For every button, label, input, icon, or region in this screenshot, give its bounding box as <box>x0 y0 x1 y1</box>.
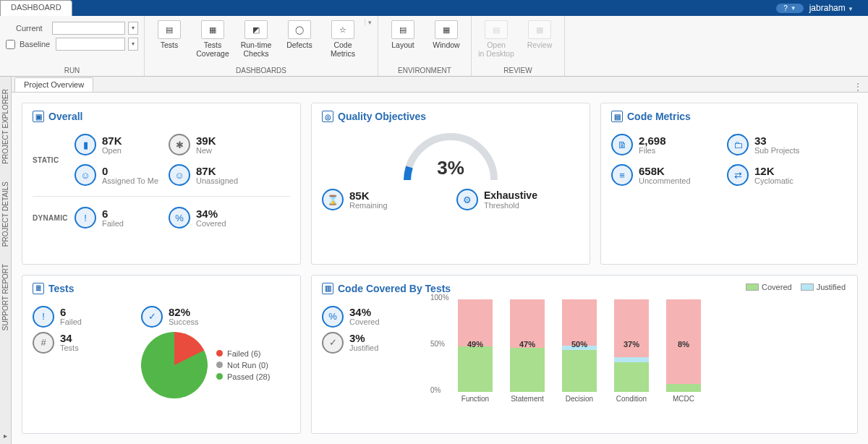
card-overall: ▣Overall STATIC ▮87KOpen ✱39KNew ☺0Assig… <box>22 103 301 265</box>
card-coverage: ▥Code Covered By Tests Covered Justified… <box>311 275 858 435</box>
ribbon-open-in-desktop: ▤Openin Desktop <box>475 19 518 58</box>
coverage-icon: ▥ <box>322 283 333 294</box>
coverage-icon: ▦ <box>201 20 224 39</box>
alert-icon: ! <box>75 207 96 229</box>
tab-options-icon[interactable]: ⋮ <box>848 82 868 92</box>
current-label: Current <box>16 24 49 33</box>
ribbon-window[interactable]: ▦Window <box>425 19 468 49</box>
stat-uncommented[interactable]: ≡658KUncommented <box>611 164 727 186</box>
quality-percent: 3% <box>400 157 501 179</box>
gear-icon: ⚙ <box>456 189 478 210</box>
ribbon-defects[interactable]: ◯Defects <box>278 19 321 49</box>
runtime-icon: ◩ <box>244 20 268 39</box>
tab-dashboard[interactable]: DASHBOARD <box>0 0 72 16</box>
rail-project-details[interactable]: PROJECT DETAILS <box>1 174 10 255</box>
user-menu[interactable]: jabraham ▼ <box>809 3 868 13</box>
coverage-legend: Covered Justified <box>746 283 846 291</box>
file-icon: 🗎 <box>611 134 633 155</box>
defects-icon: ◯ <box>288 20 311 39</box>
stat-cyclomatic[interactable]: ⇄12KCyclomatic <box>727 164 835 186</box>
ribbon-layout[interactable]: ▤Layout <box>381 19 425 49</box>
baseline-select-caret[interactable]: ▾ <box>128 38 138 51</box>
stat-tests-failed[interactable]: !6Failed <box>33 306 127 328</box>
alert-icon: ! <box>33 306 54 328</box>
stat-subprojects[interactable]: 🗀33Sub Projects <box>727 134 835 155</box>
target-icon: ◎ <box>322 111 333 122</box>
rail-expand-icon[interactable]: ▸ <box>4 432 7 444</box>
check-icon: ✓ <box>141 306 163 328</box>
tests-icon: ≣ <box>33 283 44 294</box>
metrics-icon: ▤ <box>611 111 623 122</box>
stat-failed[interactable]: !6Failed <box>75 207 169 229</box>
baseline-checkbox[interactable] <box>6 40 15 49</box>
stat-assigned[interactable]: ☺0Assigned To Me <box>75 164 169 186</box>
open-desktop-icon: ▤ <box>485 20 508 39</box>
overall-icon: ▣ <box>33 111 44 122</box>
check-icon: ✓ <box>322 332 344 354</box>
share-icon: ⇄ <box>727 164 749 186</box>
stat-threshold[interactable]: ⚙ExhaustiveThreshold <box>456 189 579 210</box>
bar-decision: 50%Decision <box>559 299 600 403</box>
user-icon: ☺ <box>75 164 96 186</box>
open-icon: ▮ <box>75 134 96 155</box>
rail-project-explorer[interactable]: PROJECT EXPLORER <box>1 81 10 172</box>
hash-icon: # <box>33 332 54 354</box>
stat-files[interactable]: 🗎2,698Files <box>611 134 727 155</box>
layout-icon: ▤ <box>391 20 414 39</box>
group-run: Current ▾ Baseline ▾ RUN <box>0 16 145 76</box>
stat-tests-total[interactable]: #34Tests <box>33 332 127 354</box>
stat-open[interactable]: ▮87KOpen <box>75 134 169 155</box>
stat-cov-justified[interactable]: ✓3%Justified <box>322 332 416 354</box>
stat-covered[interactable]: %34%Covered <box>169 207 263 229</box>
card-tests: ≣Tests !6Failed #34Tests ✓82%Success Fai… <box>22 275 301 435</box>
group-review: ▤Openin Desktop▦Review REVIEW <box>472 16 565 76</box>
group-review-footer: REVIEW <box>475 65 561 76</box>
user-outline-icon: ☺ <box>169 164 190 186</box>
bar-function: 49%Function <box>455 299 495 403</box>
percent-icon: % <box>322 306 344 328</box>
card-quality: ◎Quality Objectives 3% ⌛85KRemaining ⚙Ex… <box>311 103 590 265</box>
quality-gauge: 3% <box>400 129 501 180</box>
chevron-down-icon: ▼ <box>791 5 796 12</box>
stat-new[interactable]: ✱39KNew <box>169 134 263 155</box>
coverage-bar-chart: 0% 50% 100% 49%Function47%Statement50%De… <box>430 302 704 403</box>
stat-cov-covered[interactable]: %34%Covered <box>322 306 416 328</box>
card-metrics: ▤Code Metrics 🗎2,698Files 🗀33Sub Project… <box>600 103 858 265</box>
rail-support-report[interactable]: SUPPORT REPORT <box>1 256 10 338</box>
bar-mcdc: 8%MCDC <box>663 299 704 403</box>
dynamic-label: DYNAMIC <box>33 214 75 222</box>
current-select-caret[interactable]: ▾ <box>128 22 138 35</box>
tests-legend: Failed (6) Not Run (0) Passed (28) <box>216 346 270 384</box>
stat-unassigned[interactable]: ☺87KUnassigned <box>169 164 263 186</box>
tests-icon: ▤ <box>158 20 181 39</box>
static-label: STATIC <box>33 156 75 164</box>
ribbon-run-time-checks[interactable]: ◩Run-timeChecks <box>234 19 278 58</box>
current-select[interactable] <box>52 22 125 35</box>
ribbon-code-metrics[interactable]: ☆CodeMetrics <box>321 19 365 58</box>
help-button[interactable]: ? ▼ <box>776 4 803 13</box>
ribbon-tests-coverage[interactable]: ▦TestsCoverage <box>191 19 234 58</box>
new-icon: ✱ <box>169 134 190 155</box>
bar-statement: 47%Statement <box>507 299 548 403</box>
workspace: Project Overview ⋮ ▣Overall STATIC ▮87KO… <box>12 77 868 444</box>
group-environment: ▤Layout▦Window ENVIRONMENT <box>378 16 472 76</box>
titlebar: DASHBOARD ? ▼ jabraham ▼ <box>0 0 868 16</box>
group-environment-footer: ENVIRONMENT <box>381 65 468 76</box>
baseline-label: Baseline <box>20 40 53 48</box>
stat-tests-success[interactable]: ✓82%Success <box>141 306 290 328</box>
window-icon: ▦ <box>435 20 458 39</box>
tab-project-overview[interactable]: Project Overview <box>14 77 93 92</box>
dashboards-more[interactable]: ▾ <box>365 19 375 26</box>
group-run-footer: RUN <box>6 65 138 76</box>
percent-icon: % <box>169 207 190 229</box>
ribbon-tests[interactable]: ▤Tests <box>148 19 191 49</box>
chevron-down-icon: ▼ <box>848 6 854 12</box>
baseline-select[interactable] <box>56 38 125 51</box>
group-dashboards: ▤Tests▦TestsCoverage◩Run-timeChecks◯Defe… <box>145 16 378 76</box>
left-rail: PROJECT EXPLORER PROJECT DETAILS SUPPORT… <box>0 77 12 444</box>
group-dashboards-footer: DASHBOARDS <box>148 65 375 76</box>
bar-condition: 37%Condition <box>611 299 652 403</box>
stat-remaining[interactable]: ⌛85KRemaining <box>322 189 430 210</box>
hourglass-icon: ⌛ <box>322 189 344 210</box>
review-icon: ▦ <box>528 20 551 39</box>
